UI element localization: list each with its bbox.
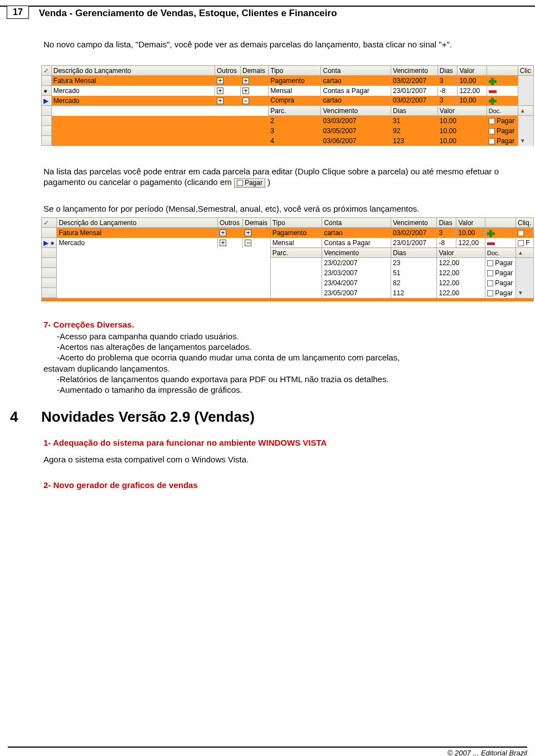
expand-icon[interactable]: + — [242, 87, 249, 94]
grid-2: ✓ Descrição do Lançamento Outros Demais … — [43, 217, 527, 301]
grid2-row[interactable]: Fatura Mensal + + Pagamento cartao 03/02… — [42, 228, 534, 238]
pagar-checkbox[interactable] — [489, 128, 495, 134]
col-bar — [487, 66, 518, 76]
arrow-down-icon[interactable]: ▼ — [518, 136, 533, 146]
minus-icon — [489, 90, 497, 93]
plus-icon — [489, 100, 497, 103]
checkbox[interactable] — [518, 240, 524, 246]
expand-icon[interactable]: + — [217, 77, 223, 84]
grid1-row[interactable]: ▶ Mercado + − Compra cartao 03/02/2007 3… — [42, 96, 534, 106]
col-dias[interactable]: Dias — [437, 66, 458, 76]
subsection-1-title: 1- Adequação do sistema para funcionar n… — [43, 438, 527, 447]
grid2-subrow[interactable]: 23/03/2007 51 122,00 Pagar — [42, 268, 534, 278]
grid1-subrow[interactable]: 4 03/06/2007 123 10,00 Pagar ▼ — [42, 136, 534, 146]
arrow-up-icon[interactable]: ▲ — [515, 248, 533, 258]
section-4-heading: 4 Novidades Versão 2.9 (Vendas) — [10, 408, 527, 426]
expand-icon[interactable]: + — [217, 97, 223, 104]
grid1-row[interactable]: ● Mercado + + Mensal Contas a Pagar 23/0… — [42, 86, 534, 96]
grid2-subheader: Parc. Vencimento Dias Valor Doc. ▲ — [42, 248, 534, 258]
pagar-checkbox[interactable] — [487, 290, 493, 296]
expand-icon[interactable]: + — [217, 87, 223, 94]
grid1-subrow[interactable]: 3 03/05/2007 92 10,00 Pagar — [42, 126, 534, 136]
collapse-icon[interactable]: − — [245, 240, 251, 246]
col-valor[interactable]: Valor — [458, 66, 487, 76]
col-clic[interactable]: Clic — [518, 66, 533, 76]
section-7-body: -Acesso para campanha quando criado usuá… — [43, 331, 527, 395]
col-descricao[interactable]: Descrição do Lançamento — [51, 66, 215, 76]
grid2-subrow[interactable]: 23/04/2007 82 122,00 Pagar — [42, 278, 534, 288]
pagar-checkbox[interactable] — [489, 118, 495, 124]
grid2-row[interactable]: ▶ ● Mercado + − Mensal Contas a Pagar 23… — [42, 238, 534, 248]
check-icon: ✓ — [42, 218, 57, 228]
paragraph-3: Se o lançamento for por período (Mensal,… — [43, 203, 527, 214]
page-title: Venda - Gerenciamento de Vendas, Estoque… — [39, 8, 337, 20]
minus-icon — [487, 242, 495, 245]
pagar-inline-button[interactable]: Pagar — [234, 178, 265, 188]
expand-icon[interactable]: + — [220, 240, 226, 246]
checkbox-icon — [237, 180, 243, 186]
grid1-header: ✓ Descrição do Lançamento Outros Demais … — [42, 66, 534, 76]
subsection-1-body: Agora o sistema esta compativel com o Wi… — [43, 454, 527, 465]
arrow-down-icon[interactable]: ▼ — [515, 288, 533, 298]
pagar-checkbox[interactable] — [489, 138, 495, 144]
pagar-checkbox[interactable] — [487, 260, 493, 266]
grid2-subrow[interactable]: 23/02/2007 23 122,00 Pagar — [42, 258, 534, 268]
check-icon: ✓ — [42, 66, 52, 76]
plus-icon — [487, 232, 495, 235]
expand-icon[interactable]: + — [242, 77, 249, 84]
col-tipo[interactable]: Tipo — [269, 66, 321, 76]
expand-icon[interactable]: + — [220, 230, 226, 236]
page-number: 17 — [7, 6, 29, 19]
intro-paragraph-1: No novo campo da lista, "Demais", você p… — [43, 39, 527, 50]
subsection-2-title: 2- Novo gerador de graficos de vendas — [43, 480, 527, 490]
section-7-title: 7- Correções Diversas. — [43, 319, 527, 330]
collapse-icon[interactable]: − — [242, 97, 249, 104]
col-vencimento[interactable]: Vencimento — [391, 66, 438, 76]
grid2-subrow[interactable]: 23/05/2007 112 122,00 Pagar ▼ — [42, 288, 534, 298]
grid2-header: ✓ Descrição do Lançamento Outros Demais … — [42, 218, 534, 228]
expand-icon[interactable]: + — [245, 230, 251, 236]
plus-icon — [489, 80, 497, 83]
pagar-checkbox[interactable] — [487, 270, 493, 276]
col-outros[interactable]: Outros — [215, 66, 240, 76]
paragraph-2: Na lista das parcelas você pode entrar e… — [43, 166, 527, 188]
pagar-checkbox[interactable] — [487, 280, 493, 286]
page-footer: © 2007 ... Editorial Brazil — [8, 747, 527, 756]
col-conta[interactable]: Conta — [321, 66, 391, 76]
grid1-row[interactable]: Fatura Mensal + + Pagamento cartao 03/02… — [42, 76, 534, 86]
col-demais[interactable]: Demais — [241, 66, 269, 76]
arrow-up-icon[interactable]: ▲ — [518, 106, 533, 116]
checkbox[interactable] — [518, 230, 524, 236]
grid1-subheader: Parc. Vencimento Dias Valor Doc. ▲ — [42, 106, 534, 116]
grid1-subrow[interactable]: 2 03/03/2007 31 10,00 Pagar — [42, 116, 534, 126]
grid-1: ✓ Descrição do Lançamento Outros Demais … — [43, 65, 527, 146]
